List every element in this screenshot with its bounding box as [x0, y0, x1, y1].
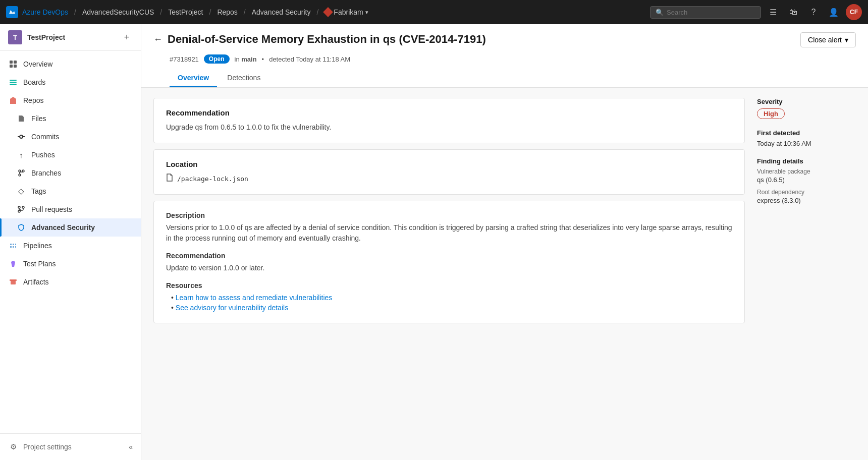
boards-icon — [8, 77, 18, 87]
location-file-path: /package-lock.json — [177, 175, 248, 183]
finding-details-section: Finding details Vulnerable package qs (0… — [757, 157, 856, 204]
sidebar-item-branches[interactable]: Branches — [0, 164, 141, 182]
add-project-button[interactable]: + — [121, 31, 133, 43]
resource-link-1[interactable]: Learn how to assess and remediate vulner… — [176, 294, 333, 302]
close-alert-button[interactable]: Close alert ▾ — [800, 32, 856, 47]
sidebar-item-files-label: Files — [31, 114, 46, 123]
user-avatar[interactable]: CF — [846, 4, 862, 20]
commits-icon — [16, 132, 26, 142]
breadcrumb-advsec2[interactable]: Advanced Security — [252, 8, 311, 16]
sidebar-item-tags[interactable]: ◇ Tags — [0, 182, 141, 200]
back-button[interactable]: ← — [153, 34, 162, 45]
tab-detections[interactable]: Detections — [219, 70, 268, 87]
project-name: TestProject — [27, 33, 116, 41]
first-detected-label: First detected — [757, 129, 856, 137]
svg-rect-4 — [10, 80, 17, 81]
severity-badge: High — [757, 108, 785, 119]
sidebar-item-test-plans[interactable]: Test Plans — [0, 255, 141, 273]
svg-rect-1 — [14, 61, 17, 64]
sidebar-item-repos-label: Repos — [23, 96, 43, 104]
user-icon-btn[interactable]: 👤 — [826, 4, 842, 20]
project-icon: T — [8, 30, 22, 44]
right-panel: Severity High First detected Today at 10… — [745, 98, 856, 450]
org-name[interactable]: Azure DevOps — [22, 8, 68, 16]
advanced-security-icon — [16, 222, 26, 233]
collapse-icon: « — [129, 443, 133, 451]
breadcrumb-sep-5: / — [316, 8, 318, 16]
sidebar-item-project-settings-label: Project settings — [23, 443, 72, 451]
overview-icon — [8, 59, 18, 69]
branches-icon — [16, 168, 26, 178]
location-file: /package-lock.json — [166, 174, 732, 184]
alert-detected-text: detected Today at 11:18 AM — [269, 55, 350, 63]
svg-rect-2 — [10, 65, 13, 68]
finding-details-label: Finding details — [757, 157, 856, 165]
first-detected-value: Today at 10:36 AM — [757, 140, 856, 147]
sidebar-item-files[interactable]: Files — [0, 109, 141, 128]
sidebar-item-advanced-security[interactable]: Advanced Security — [0, 218, 141, 237]
sidebar-item-overview[interactable]: Overview — [0, 55, 141, 73]
breadcrumb-sep-4: / — [244, 8, 246, 16]
topnav: Azure DevOps / AdvancedSecurityCUS / Tes… — [0, 0, 868, 24]
breadcrumb-sep-1: / — [74, 8, 76, 16]
breadcrumb-project[interactable]: TestProject — [168, 8, 203, 16]
recommendation-title: Recommendation — [166, 108, 732, 117]
pushes-icon: ↑ — [16, 150, 26, 160]
svg-rect-5 — [10, 82, 17, 83]
sidebar-item-commits[interactable]: Commits — [0, 128, 141, 146]
sidebar-item-project-settings[interactable]: ⚙ Project settings « — [0, 438, 141, 456]
sidebar: T TestProject + Overview — [0, 24, 141, 460]
content-header: ← Denial-of-Service Memory Exhaustion in… — [141, 24, 868, 88]
sidebar-item-boards[interactable]: Boards — [0, 73, 141, 91]
sidebar-item-pushes[interactable]: ↑ Pushes — [0, 146, 141, 164]
search-icon: 🔍 — [656, 9, 664, 16]
sidebar-item-artifacts[interactable]: Artifacts — [0, 273, 141, 291]
root-dependency-label: Root dependency — [757, 189, 856, 196]
sidebar-item-advanced-security-label: Advanced Security — [31, 223, 95, 232]
close-alert-chevron-icon: ▾ — [845, 36, 848, 44]
vulnerable-package-value: qs (0.6.5) — [757, 176, 856, 184]
svg-rect-0 — [10, 61, 13, 64]
alert-id: #7318921 — [170, 55, 199, 63]
root-dependency-value: express (3.3.0) — [757, 197, 856, 204]
sidebar-item-boards-label: Boards — [23, 78, 45, 86]
tabs-row: Overview Detections — [153, 70, 856, 87]
sidebar-nav: Overview Boards — [0, 51, 141, 433]
sidebar-item-commits-label: Commits — [31, 133, 59, 141]
svg-point-16 — [22, 206, 24, 208]
search-box[interactable]: 🔍 — [650, 6, 761, 19]
close-alert-label: Close alert — [808, 36, 842, 44]
topnav-right: 🔍 ☰ 🛍 ? 👤 CF — [650, 4, 862, 20]
rec2-title: Recommendation — [166, 252, 732, 260]
svg-point-7 — [20, 135, 23, 138]
first-detected-section: First detected Today at 10:36 AM — [757, 129, 856, 147]
breadcrumb-repos[interactable]: Repos — [217, 8, 237, 16]
tab-overview[interactable]: Overview — [170, 70, 217, 87]
brand-selector[interactable]: Fabrikam ▾ — [324, 8, 368, 16]
list-icon-btn[interactable]: ☰ — [765, 4, 781, 20]
sidebar-item-pull-requests[interactable]: Pull requests — [0, 200, 141, 218]
sidebar-item-repos[interactable]: Repos — [0, 91, 141, 109]
resources-title: Resources — [166, 281, 732, 290]
sidebar-item-overview-label: Overview — [23, 60, 52, 68]
help-icon-btn[interactable]: ? — [805, 4, 822, 20]
sidebar-item-branches-label: Branches — [31, 169, 61, 177]
sidebar-item-test-plans-label: Test Plans — [23, 260, 56, 268]
artifacts-icon — [8, 277, 18, 287]
sidebar-item-pipelines[interactable]: Pipelines — [0, 237, 141, 255]
alert-separator: • — [262, 55, 264, 63]
svg-rect-3 — [14, 65, 17, 68]
description-card: Description Versions prior to 1.0.0 of q… — [153, 201, 745, 323]
shopping-bag-icon-btn[interactable]: 🛍 — [785, 4, 801, 20]
svg-point-14 — [18, 206, 20, 208]
brand-diamond-icon — [323, 7, 333, 17]
vulnerable-package-label: Vulnerable package — [757, 168, 856, 175]
alert-meta: #7318921 Open in main • detected Today a… — [153, 51, 856, 70]
resource-link-2[interactable]: See advisory for vulnerability details — [176, 304, 288, 312]
search-input[interactable] — [667, 9, 755, 16]
breadcrumb-advsec[interactable]: AdvancedSecurityCUS — [82, 8, 154, 16]
sidebar-item-tags-label: Tags — [31, 187, 46, 195]
alert-title-row: ← Denial-of-Service Memory Exhaustion in… — [153, 32, 856, 47]
alert-title: Denial-of-Service Memory Exhaustion in q… — [168, 32, 800, 47]
repos-icon — [8, 95, 18, 105]
